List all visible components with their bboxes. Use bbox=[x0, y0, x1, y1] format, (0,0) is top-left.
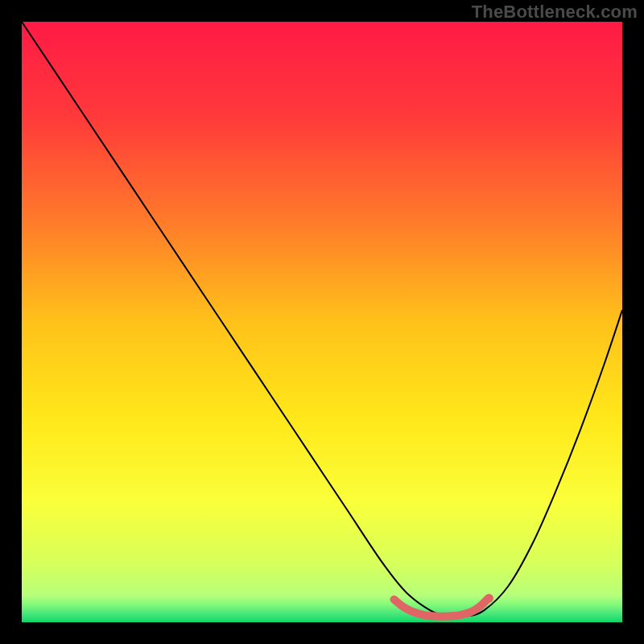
bottleneck-chart bbox=[0, 0, 644, 644]
chart-frame: TheBottleneck.com bbox=[0, 0, 644, 644]
gradient-background bbox=[22, 22, 622, 622]
watermark-text: TheBottleneck.com bbox=[472, 2, 638, 23]
ideal-range-endpoint-marker bbox=[485, 594, 493, 603]
